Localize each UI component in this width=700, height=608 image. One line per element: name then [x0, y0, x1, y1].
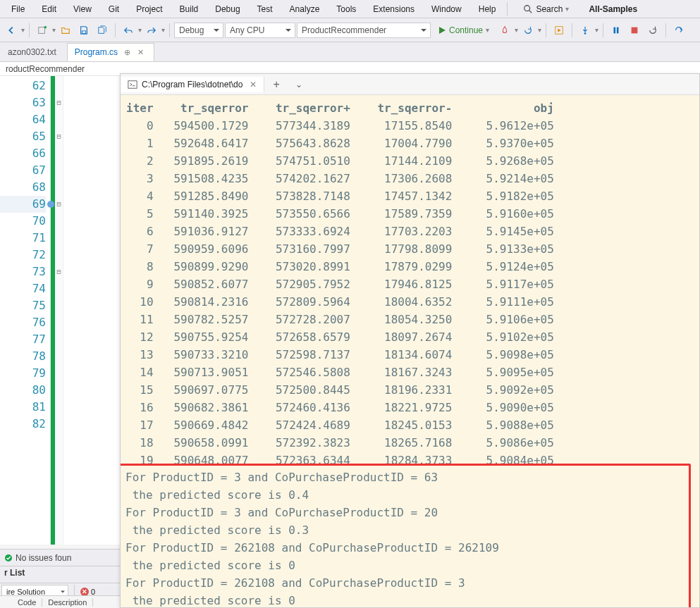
chevron-down-icon[interactable]: ▾ — [515, 26, 518, 34]
hot-reload-button[interactable] — [496, 22, 513, 39]
chevron-down-icon[interactable]: ▾ — [161, 26, 165, 34]
fold-toggle[interactable]: ⊟ — [55, 128, 63, 145]
line-number: 81 — [0, 399, 46, 416]
menu-project[interactable]: Project — [128, 1, 171, 17]
fold-bar[interactable]: ⊟⊟⊟⊟ — [55, 76, 63, 545]
terminal-icon — [128, 80, 137, 89]
redo-button[interactable] — [143, 22, 160, 39]
terminal-tab[interactable]: C:\Program Files\dotnet\do ✕ — [121, 77, 264, 92]
menu-git[interactable]: Git — [100, 1, 128, 17]
new-project-button[interactable] — [34, 22, 51, 39]
separator — [169, 23, 170, 37]
menu-edit[interactable]: Edit — [33, 1, 65, 17]
line-number: 78 — [0, 348, 46, 365]
toolbar: ▾ ▾ ▾ ▾ Debug Any CPU ProductRecommender… — [0, 18, 700, 42]
menu-build[interactable]: Build — [171, 1, 207, 17]
step-over-button[interactable] — [670, 22, 687, 39]
search-box[interactable]: Search ▾ — [516, 3, 576, 15]
line-number: 69 — [0, 196, 46, 213]
terminal-tab-bar: C:\Program Files\dotnet\do ✕ + ⌄ — [121, 74, 699, 95]
separator — [572, 23, 572, 37]
fold-toggle — [55, 297, 63, 314]
menu-file[interactable]: File — [3, 1, 33, 17]
line-number-gutter: 6263646566676869707172737475767778798081… — [0, 76, 51, 545]
undo-button[interactable] — [120, 22, 137, 39]
error-list-title[interactable]: r List — [0, 566, 120, 583]
menu-extensions[interactable]: Extensions — [364, 1, 423, 17]
terminal-body[interactable]: iter tr_sqerror tr_sqerror+ tr_sqerror- … — [121, 95, 699, 607]
save-all-button[interactable] — [94, 22, 111, 39]
chevron-down-icon[interactable]: ▾ — [138, 26, 142, 34]
close-icon[interactable]: ✕ — [250, 80, 257, 89]
tab-azon0302[interactable]: azon0302.txt — [0, 43, 67, 61]
menu-view[interactable]: View — [65, 1, 100, 17]
terminal-dropdown[interactable]: ⌄ — [288, 77, 309, 92]
fold-toggle[interactable]: ⊟ — [55, 94, 63, 111]
fold-toggle — [55, 314, 63, 331]
error-count[interactable]: ✕ 0 — [80, 588, 95, 596]
continue-button[interactable]: Continue ▾ — [432, 22, 495, 39]
menu-analyze[interactable]: Analyze — [281, 1, 328, 17]
restart-button[interactable] — [520, 22, 536, 39]
menu-debug[interactable]: Debug — [207, 1, 248, 17]
fold-toggle — [55, 230, 63, 247]
svg-rect-8 — [614, 27, 616, 33]
continue-label: Continue — [449, 25, 483, 35]
refresh-button[interactable] — [644, 22, 661, 39]
menu-test[interactable]: Test — [249, 1, 281, 17]
fold-toggle — [55, 331, 63, 348]
chevron-down-icon[interactable]: ▾ — [595, 26, 598, 34]
svg-rect-2 — [39, 27, 45, 33]
breadcrumb-item: roductRecommender — [6, 64, 85, 74]
error-icon: ✕ — [80, 588, 89, 596]
terminal-add-tab[interactable]: + — [264, 75, 288, 94]
line-number: 76 — [0, 314, 46, 331]
separator — [665, 23, 666, 37]
col-code[interactable]: Code — [12, 598, 42, 607]
chevron-down-icon[interactable]: ▾ — [21, 26, 25, 34]
fold-toggle — [55, 365, 63, 382]
platform-combo[interactable]: Any CPU — [225, 23, 295, 38]
show-next-statement-button[interactable] — [551, 22, 567, 39]
separator — [29, 23, 30, 37]
stop-button[interactable] — [626, 22, 643, 39]
fold-toggle — [55, 416, 63, 433]
line-number: 75 — [0, 297, 46, 314]
fold-toggle[interactable]: ⊟ — [55, 263, 63, 280]
startup-project-combo[interactable]: ProductRecommender — [297, 23, 431, 38]
line-number: 74 — [0, 280, 46, 297]
document-tab-bar: azon0302.txt Program.cs ⊕ ✕ — [0, 42, 700, 62]
terminal-header-row: iter tr_sqerror tr_sqerror+ tr_sqerror- … — [126, 101, 554, 115]
step-into-button[interactable] — [577, 22, 594, 39]
menu-window[interactable]: Window — [423, 1, 470, 17]
chevron-down-icon: ▾ — [565, 5, 569, 13]
col-description[interactable]: Description — [42, 598, 93, 607]
line-number: 67 — [0, 162, 46, 179]
menu-help[interactable]: Help — [470, 1, 505, 17]
pin-icon[interactable]: ⊕ — [124, 48, 130, 56]
close-icon[interactable]: ✕ — [137, 48, 144, 56]
no-issues-indicator[interactable]: No issues foun — [0, 553, 75, 563]
fold-toggle — [55, 213, 63, 230]
fold-toggle — [55, 399, 63, 416]
chevron-down-icon[interactable]: ▾ — [538, 26, 541, 34]
search-icon — [523, 4, 533, 14]
line-number: 63 — [0, 94, 46, 111]
solution-name[interactable]: All-Samples — [580, 1, 646, 17]
tab-label: Program.cs — [75, 47, 118, 57]
pause-button[interactable] — [608, 22, 625, 39]
nav-back-button[interactable] — [3, 22, 20, 39]
tab-program-cs[interactable]: Program.cs ⊕ ✕ — [67, 43, 154, 61]
terminal-window: C:\Program Files\dotnet\do ✕ + ⌄ iter tr… — [120, 73, 700, 608]
svg-rect-10 — [632, 27, 638, 33]
fold-toggle[interactable]: ⊟ — [55, 196, 63, 213]
line-number: 71 — [0, 230, 46, 247]
chevron-down-icon[interactable]: ▾ — [52, 26, 56, 34]
menu-tools[interactable]: Tools — [328, 1, 364, 17]
save-button[interactable] — [75, 22, 92, 39]
error-list-columns: Code Description — [0, 595, 120, 608]
open-button[interactable] — [57, 22, 74, 39]
line-number: 80 — [0, 382, 46, 399]
check-circle-icon — [4, 554, 13, 562]
config-combo[interactable]: Debug — [174, 23, 223, 38]
